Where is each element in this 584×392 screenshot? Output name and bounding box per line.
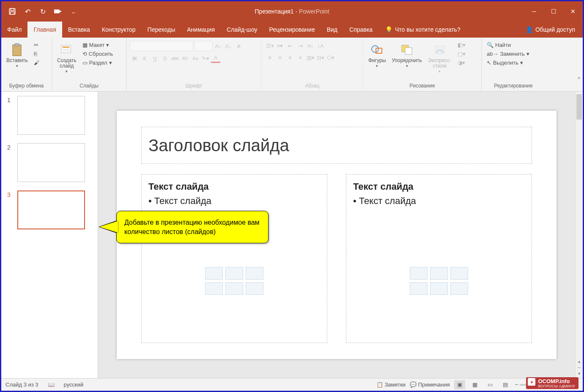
tab-review[interactable]: Рецензирование — [263, 22, 321, 38]
font-size-combo[interactable] — [194, 41, 213, 51]
content-placeholder-left[interactable]: Текст слайда • Текст слайда — [141, 174, 327, 343]
slideshow-view-icon[interactable]: ▤ — [500, 380, 511, 389]
decrease-indent-icon[interactable]: ⇥ — [296, 41, 305, 50]
change-case-button[interactable]: Aa — [191, 54, 200, 63]
table-icon[interactable] — [410, 267, 428, 280]
spellcheck-icon[interactable]: 📖 — [48, 381, 55, 388]
video-icon[interactable] — [450, 282, 468, 295]
save-icon[interactable] — [6, 5, 18, 17]
minimize-button[interactable]: ─ — [524, 1, 544, 22]
layout-button[interactable]: ▦ Макет ▾ — [81, 41, 115, 49]
line-spacing-icon[interactable]: ≡↕ — [306, 41, 315, 50]
paste-button[interactable]: Вставить▾ — [5, 41, 30, 70]
thumbnail-preview[interactable] — [17, 143, 85, 182]
start-from-beginning-icon[interactable] — [52, 5, 64, 17]
section-button[interactable]: ▭ Раздел ▾ — [81, 59, 115, 67]
grow-font-icon[interactable]: A↑ — [214, 41, 223, 51]
thumbnail-1[interactable]: 1 — [7, 96, 98, 135]
select-button[interactable]: ↖ Выделить ▾ — [485, 59, 531, 67]
tab-insert[interactable]: Вставка — [62, 22, 96, 38]
tab-animations[interactable]: Анимация — [181, 22, 221, 38]
shape-effects-icon[interactable]: ◑▾ — [456, 59, 467, 67]
tab-design[interactable]: Конструктор — [96, 22, 142, 38]
justify-icon[interactable]: ≡ — [296, 53, 305, 62]
font-color-icon[interactable]: A — [211, 54, 220, 63]
shrink-font-icon[interactable]: A↓ — [224, 41, 233, 51]
comments-button[interactable]: 💬 Примечания — [410, 381, 450, 388]
tab-transitions[interactable]: Переходы — [142, 22, 181, 38]
bold-button[interactable]: Ж — [130, 54, 139, 63]
text-direction-icon[interactable]: ↕A — [316, 41, 325, 50]
close-button[interactable]: ✕ — [563, 1, 583, 22]
smartart-icon[interactable]: ⬡▾ — [326, 53, 335, 62]
vertical-scrollbar[interactable]: ▴ ─ ▾ — [575, 92, 583, 378]
tab-file[interactable]: Файл — [1, 22, 27, 38]
shape-outline-icon[interactable]: ▢▾ — [456, 50, 467, 58]
columns-icon[interactable]: ▥▾ — [306, 53, 315, 62]
slide-thumbnails-panel[interactable]: 1 2 3 — [1, 92, 98, 378]
cut-icon[interactable]: ✂ — [32, 41, 41, 49]
format-painter-icon[interactable]: 🖌 — [32, 59, 41, 67]
tab-view[interactable]: Вид — [321, 22, 343, 38]
font-family-combo[interactable] — [130, 41, 193, 51]
reading-view-icon[interactable]: ▭ — [485, 380, 496, 389]
align-left-icon[interactable]: ≡ — [265, 53, 274, 62]
share-button[interactable]: 👤Общий доступ — [518, 22, 583, 38]
online-picture-icon[interactable] — [430, 282, 448, 295]
undo-icon[interactable]: ↶ — [22, 5, 33, 17]
bullets-icon[interactable]: ☰▾ — [265, 41, 274, 50]
normal-view-icon[interactable]: ▣ — [454, 380, 465, 389]
zoom-out-icon[interactable]: − — [515, 381, 518, 388]
scrollbar-thumb[interactable] — [576, 94, 582, 120]
thumbnail-preview[interactable] — [17, 96, 85, 135]
notes-button[interactable]: 📋 Заметки — [376, 381, 406, 388]
shadow-button[interactable]: S — [160, 54, 170, 63]
thumbnail-preview[interactable] — [17, 191, 85, 229]
align-center-icon[interactable]: ≡ — [275, 53, 285, 62]
sorter-view-icon[interactable]: ▦ — [469, 380, 480, 389]
slide-counter[interactable]: Слайд 3 из 3 — [5, 381, 38, 388]
picture-icon[interactable] — [410, 282, 428, 295]
clear-format-icon[interactable]: A̷ — [234, 41, 243, 51]
title-placeholder[interactable]: Заголовок слайда — [141, 127, 532, 164]
picture-icon[interactable] — [205, 282, 223, 295]
collapse-ribbon-icon[interactable]: ^ — [578, 76, 580, 82]
content-icons[interactable] — [205, 267, 263, 295]
shape-fill-icon[interactable]: ◧▾ — [456, 41, 467, 49]
shapes-button[interactable]: Фигуры▾ — [367, 41, 387, 70]
char-spacing-button[interactable]: AV — [181, 54, 190, 63]
smartart-icon[interactable] — [246, 267, 263, 280]
thumbnail-2[interactable]: 2 — [7, 143, 98, 182]
qat-customize-icon[interactable]: ⚊ — [67, 5, 79, 17]
tab-help[interactable]: Справка — [343, 22, 378, 38]
language-indicator[interactable]: русский — [64, 381, 84, 388]
video-icon[interactable] — [246, 282, 263, 295]
copy-icon[interactable]: ⎘ — [32, 50, 41, 58]
redo-icon[interactable]: ↻ — [37, 5, 49, 17]
highlight-icon[interactable]: ✎▾ — [201, 54, 210, 63]
new-slide-button[interactable]: Создать слайд▾ — [55, 41, 78, 76]
quick-styles-button[interactable]: Экспресс- стили▾ — [426, 41, 453, 76]
tab-slideshow[interactable]: Слайд-шоу — [221, 22, 263, 38]
smartart-icon[interactable] — [450, 267, 468, 280]
align-text-icon[interactable]: ⊟▾ — [316, 53, 325, 62]
online-picture-icon[interactable] — [225, 282, 243, 295]
italic-button[interactable]: К — [140, 54, 149, 63]
align-right-icon[interactable]: ≡ — [285, 53, 295, 62]
content-placeholder-right[interactable]: Текст слайда • Текст слайда — [346, 174, 532, 343]
chart-icon[interactable] — [430, 267, 448, 280]
replace-button[interactable]: ab→ Заменить ▾ — [485, 50, 531, 58]
tell-me[interactable]: 💡Что вы хотите сделать? — [385, 22, 461, 38]
maximize-button[interactable]: ☐ — [544, 1, 563, 22]
numbering-icon[interactable]: ≡▾ — [275, 41, 285, 50]
content-icons[interactable] — [410, 267, 468, 295]
scroll-down-icon[interactable]: ▾ — [578, 371, 581, 376]
list-level-icon[interactable]: ⇤ — [285, 41, 295, 50]
tab-home[interactable]: Главная — [27, 22, 62, 38]
table-icon[interactable] — [205, 267, 223, 280]
arrange-button[interactable]: Упорядочить▾ — [390, 41, 423, 70]
strikethrough-button[interactable]: abc — [170, 54, 180, 63]
underline-button[interactable]: Ч — [150, 54, 159, 63]
chart-icon[interactable] — [225, 267, 243, 280]
thumbnail-3[interactable]: 3 — [7, 191, 98, 229]
